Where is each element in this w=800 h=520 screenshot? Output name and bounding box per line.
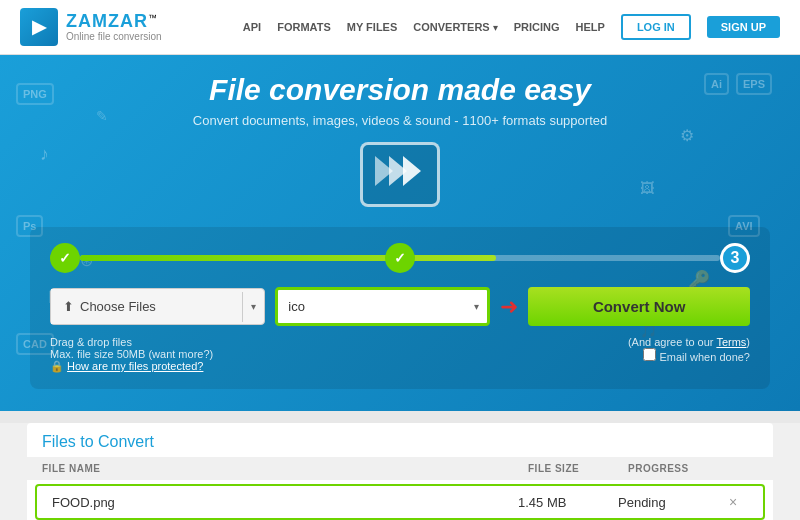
info-right: (And agree to our Terms) Email when done… <box>628 336 750 373</box>
steps-bar: ✓ ✓ 3 <box>50 243 750 273</box>
file-progress: Pending <box>618 495 718 510</box>
nav-pricing[interactable]: PRICING <box>514 21 560 33</box>
nav-converters-label: CONVERTERS <box>413 21 489 33</box>
nav: API FORMATS MY FILES CONVERTERS ▾ PRICIN… <box>243 14 780 40</box>
logo-area: ▶ ZAMZAR™ Online file conversion <box>20 8 162 46</box>
convert-arrow-icon: ➜ <box>500 294 518 320</box>
trademark: ™ <box>148 12 157 22</box>
format-caret-icon[interactable]: ▾ <box>466 292 487 321</box>
email-label: Email when done? <box>659 351 750 363</box>
step-3-circle: 3 <box>720 243 750 273</box>
hero-headline-bold: easy <box>524 73 591 106</box>
remove-file-button[interactable]: × <box>718 494 748 510</box>
logo-text: ZAMZAR™ Online file conversion <box>66 12 162 43</box>
file-size: 1.45 MB <box>518 495 618 510</box>
nav-converters[interactable]: CONVERTERS ▾ <box>413 21 497 33</box>
terms-text: (And agree to our Terms) <box>628 336 750 348</box>
file-name: FOOD.png <box>52 495 518 510</box>
choose-files-wrapper: ⬆ Choose Files ▾ <box>50 288 265 325</box>
format-input[interactable] <box>278 290 466 323</box>
convert-section-title: Files to Convert <box>27 423 773 457</box>
signup-button[interactable]: SIGN UP <box>707 16 780 38</box>
convert-section: Files to Convert FILE NAME FILE SIZE PRO… <box>27 423 773 520</box>
col-progress: PROGRESS <box>628 463 728 474</box>
nav-myfiles[interactable]: MY FILES <box>347 21 398 33</box>
upload-icon: ⬆ <box>63 299 74 314</box>
email-row: Email when done? <box>628 348 750 363</box>
step-3-num: 3 <box>731 249 740 267</box>
info-left: Drag & drop files Max. file size 50MB (w… <box>50 336 213 373</box>
choose-files-label: Choose Files <box>80 299 156 314</box>
terms-link[interactable]: Terms <box>716 336 746 348</box>
convert-now-button[interactable]: Convert Now <box>528 287 750 326</box>
brand-name: ZAMZAR <box>66 11 148 31</box>
title-highlight: Convert <box>98 433 154 450</box>
drag-drop-text: Drag & drop files <box>50 336 213 348</box>
protected-link[interactable]: How are my files protected? <box>67 360 203 372</box>
steps-line-fill <box>80 255 496 261</box>
protected-text: 🔒 How are my files protected? <box>50 360 213 373</box>
hero-subtext: Convert documents, images, videos & soun… <box>0 113 800 128</box>
choose-files-button[interactable]: ⬆ Choose Files <box>51 289 242 324</box>
steps-container: ✓ ✓ 3 ⬆ Choose Files ▾ ▾ <box>30 227 770 389</box>
info-row: Drag & drop files Max. file size 50MB (w… <box>50 336 750 373</box>
step-2-check: ✓ <box>394 250 406 266</box>
files-section-wrapper: Files to Convert FILE NAME FILE SIZE PRO… <box>0 423 800 520</box>
play-area[interactable] <box>0 142 800 207</box>
logo-icon: ▶ <box>20 8 58 46</box>
lock-icon: 🔒 <box>50 360 64 372</box>
svg-marker-2 <box>403 156 421 186</box>
max-file-text: Max. file size 50MB (want more?) <box>50 348 213 360</box>
col-actions <box>728 463 758 474</box>
col-filename: FILE NAME <box>42 463 528 474</box>
step-1-check: ✓ <box>59 250 71 266</box>
format-selector[interactable]: ▾ <box>275 287 490 326</box>
nav-api[interactable]: API <box>243 21 261 33</box>
hero-section: PNG Ps CAD Ai EPS AVI ♪ ▣ ✎ ⊛ ⚙ 🔑 🎵 🖼 Fi… <box>0 55 800 411</box>
nav-help[interactable]: HELP <box>576 21 605 33</box>
hero-headline: File conversion made easy <box>0 73 800 107</box>
email-checkbox[interactable] <box>643 348 656 361</box>
hero-headline-pre: File conversion made <box>209 73 524 106</box>
conversion-row: ⬆ Choose Files ▾ ▾ ➜ Convert Now <box>50 287 750 326</box>
choose-caret-icon[interactable]: ▾ <box>243 291 264 322</box>
header: ▶ ZAMZAR™ Online file conversion API FOR… <box>0 0 800 55</box>
col-filesize: FILE SIZE <box>528 463 628 474</box>
step-2-circle: ✓ <box>385 243 415 273</box>
table-row: FOOD.png 1.45 MB Pending × <box>35 484 765 520</box>
play-button[interactable] <box>360 142 440 207</box>
title-pre: Files to <box>42 433 98 450</box>
play-arrows-icon <box>375 151 425 198</box>
login-button[interactable]: LOG IN <box>621 14 691 40</box>
step-1-circle: ✓ <box>50 243 80 273</box>
nav-formats[interactable]: FORMATS <box>277 21 331 33</box>
converters-chevron-icon: ▾ <box>493 22 498 33</box>
table-header: FILE NAME FILE SIZE PROGRESS <box>27 457 773 480</box>
logo-subtitle: Online file conversion <box>66 31 162 42</box>
